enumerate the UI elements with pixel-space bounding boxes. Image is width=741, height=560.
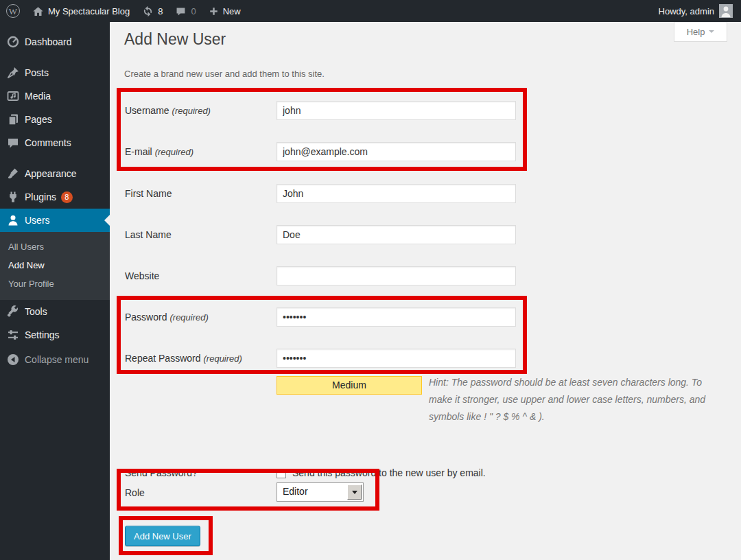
- select-dropdown-button[interactable]: [347, 485, 362, 500]
- add-new-user-button[interactable]: Add New User: [125, 526, 200, 546]
- sidebar-item-settings[interactable]: Settings: [0, 323, 110, 347]
- role-label: Role: [125, 487, 145, 498]
- sidebar-item-label: Users: [25, 215, 50, 226]
- sidebar-item-appearance[interactable]: Appearance: [0, 162, 110, 185]
- main-content: Help Add New User Create a brand new use…: [110, 22, 741, 560]
- last-name-label: Last Name: [125, 229, 172, 240]
- new-content-link[interactable]: New: [202, 0, 247, 22]
- wrench-icon: [6, 305, 20, 318]
- avatar: [719, 4, 733, 18]
- sidebar-item-collapse-menu[interactable]: Collapse menu: [0, 348, 110, 371]
- dashboard-icon: [6, 35, 20, 49]
- sidebar-item-users[interactable]: Users: [0, 209, 110, 232]
- chevron-down-icon: [352, 491, 357, 497]
- page-title: Add New User: [124, 30, 226, 49]
- sidebar-item-media[interactable]: Media: [0, 84, 110, 108]
- required-note: (required): [204, 353, 242, 364]
- role-selected-value: Editor: [283, 486, 308, 497]
- send-password-checkbox[interactable]: [277, 469, 286, 478]
- wordpress-logo-icon: W: [6, 4, 20, 18]
- submenu-item-add-new[interactable]: Add New: [0, 256, 110, 275]
- comments-icon: [6, 136, 20, 150]
- hint-wrap-spacer: [207, 374, 429, 410]
- users-submenu: All Users Add New Your Profile: [0, 232, 110, 300]
- wordpress-logo-menu[interactable]: W: [0, 0, 26, 22]
- site-name-label: My Spectacular Blog: [48, 6, 130, 16]
- brush-icon: [6, 167, 20, 180]
- send-password-label: Send Password?: [125, 467, 198, 478]
- account-menu[interactable]: Howdy, admin: [650, 0, 741, 22]
- plus-icon: [209, 6, 219, 16]
- password-label: Password(required): [125, 312, 209, 323]
- sliders-icon: [6, 328, 20, 342]
- comment-bubble-icon: [175, 5, 187, 17]
- submenu-item-all-users[interactable]: All Users: [0, 237, 110, 256]
- comment-count: 0: [191, 6, 196, 16]
- required-note: (required): [172, 106, 211, 116]
- sidebar-item-posts[interactable]: Posts: [0, 61, 110, 84]
- first-name-label: First Name: [125, 188, 172, 199]
- send-password-checkbox-label: Send this password to the new user by em…: [292, 467, 486, 478]
- required-note: (required): [155, 147, 193, 157]
- username-label: Username(required): [125, 105, 211, 116]
- password-hint: Hint: The password should be at least se…: [207, 374, 711, 425]
- sidebar-item-label: Media: [25, 91, 51, 102]
- admin-bar: W My Spectacular Blog 8 0 New Howdy, adm…: [0, 0, 741, 22]
- sidebar-item-label: Settings: [25, 329, 60, 340]
- users-icon: [6, 213, 20, 227]
- comments-link[interactable]: 0: [169, 0, 202, 22]
- admin-sidebar: Dashboard Posts Media Pages: [0, 22, 110, 560]
- updates-link[interactable]: 8: [136, 0, 169, 22]
- updates-icon: [142, 5, 154, 17]
- new-label: New: [223, 6, 241, 16]
- repeat-password-label: Repeat Password(required): [125, 353, 242, 364]
- help-button[interactable]: Help: [674, 22, 727, 42]
- role-select[interactable]: Editor: [277, 482, 364, 502]
- chevron-down-icon: [709, 30, 714, 36]
- sidebar-item-comments[interactable]: Comments: [0, 131, 110, 154]
- sidebar-item-label: Plugins: [25, 191, 56, 202]
- username-input[interactable]: [277, 101, 516, 120]
- email-input[interactable]: [277, 142, 516, 161]
- pin-icon: [6, 66, 20, 80]
- submenu-item-your-profile[interactable]: Your Profile: [0, 275, 110, 293]
- menu-separator: [0, 54, 110, 61]
- sidebar-item-label: Dashboard: [25, 36, 72, 47]
- website-label: Website: [125, 270, 159, 281]
- plugin-icon: [6, 190, 20, 204]
- sidebar-item-dashboard[interactable]: Dashboard: [0, 30, 110, 54]
- help-label: Help: [687, 27, 705, 37]
- sidebar-item-pages[interactable]: Pages: [0, 108, 110, 131]
- website-input[interactable]: [277, 266, 516, 285]
- media-icon: [6, 89, 20, 103]
- password-input[interactable]: [277, 307, 516, 327]
- collapse-arrow-icon: [6, 353, 20, 366]
- sidebar-item-label: Tools: [25, 306, 47, 317]
- first-name-input[interactable]: [277, 184, 516, 203]
- sidebar-item-label: Appearance: [25, 168, 77, 179]
- sidebar-item-plugins[interactable]: Plugins 8: [0, 185, 110, 209]
- sidebar-item-label: Pages: [25, 114, 52, 125]
- pages-icon: [6, 113, 20, 126]
- repeat-password-input[interactable]: [277, 349, 516, 368]
- plugins-update-badge: 8: [61, 191, 73, 203]
- home-icon: [32, 5, 44, 17]
- sidebar-item-label: Comments: [25, 137, 71, 148]
- menu-separator: [0, 154, 110, 162]
- required-note: (required): [169, 312, 208, 323]
- site-name-link[interactable]: My Spectacular Blog: [26, 0, 136, 22]
- howdy-label: Howdy, admin: [659, 6, 714, 16]
- last-name-input[interactable]: [277, 225, 516, 244]
- page-intro: Create a brand new user and add them to …: [124, 69, 325, 79]
- sidebar-item-label: Posts: [25, 67, 49, 78]
- sidebar-item-tools[interactable]: Tools: [0, 300, 110, 323]
- update-count: 8: [158, 6, 163, 16]
- sidebar-item-label: Collapse menu: [25, 354, 89, 365]
- email-label: E-mail(required): [125, 146, 193, 157]
